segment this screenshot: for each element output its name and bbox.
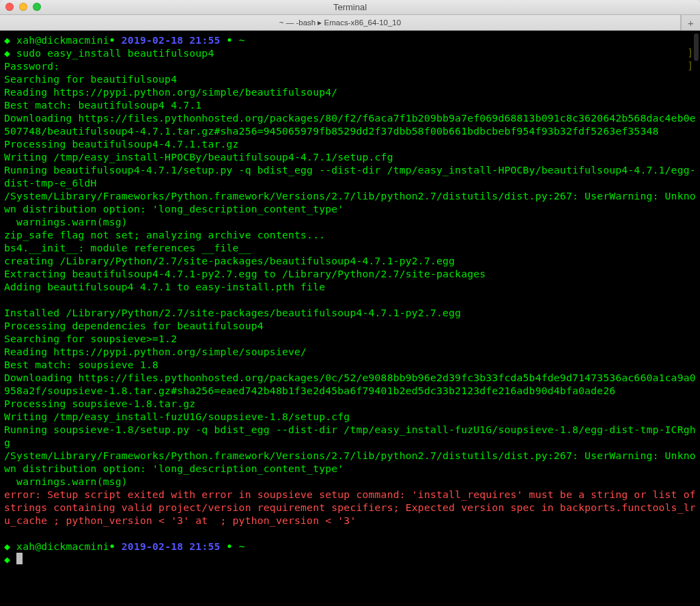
prompt-dot: • bbox=[109, 34, 115, 46]
error-line: error: Setup script exited with error in… bbox=[4, 488, 700, 526]
prompt-bullet: ◆ bbox=[4, 540, 10, 552]
output-line: Running soupsieve-1.8/setup.py -q bdist_… bbox=[4, 424, 696, 448]
prompt-timestamp: 2019-02-18 21:55 bbox=[122, 540, 221, 552]
output-line: Installed /Library/Python/2.7/site-packa… bbox=[4, 307, 461, 318]
prompt-dot: • bbox=[227, 540, 233, 552]
output-line: Extracting beautifulsoup4-4.7.1-py2.7.eg… bbox=[4, 268, 486, 279]
output-line: warnings.warn(msg) bbox=[4, 216, 128, 228]
output-line: /System/Library/Frameworks/Python.framew… bbox=[4, 450, 696, 474]
prompt-dot: • bbox=[227, 34, 233, 46]
prompt-userhost: xah@dickmacmini bbox=[16, 540, 109, 552]
prompt-bullet: ◆ bbox=[4, 34, 10, 46]
command-text: sudo easy_install beautifulsoup4 bbox=[16, 47, 214, 59]
output-line: Processing dependencies for beautifulsou… bbox=[4, 320, 264, 331]
output-line: Processing soupsieve-1.8.tar.gz bbox=[4, 398, 195, 409]
bracket-indicator: ] bbox=[687, 46, 693, 58]
output-line: warnings.warn(msg) bbox=[4, 476, 128, 487]
output-line: Reading https://pypi.python.org/simple/b… bbox=[4, 86, 337, 98]
terminal-output: ◆ xah@dickmacmini• 2019-02-18 21:55 • ~ … bbox=[0, 31, 700, 570]
prompt-bullet: ◆ bbox=[4, 47, 10, 59]
prompt-userhost: xah@dickmacmini bbox=[16, 34, 109, 46]
tab-bar: ~ — -bash ▸ Emacs-x86_64-10_10 + bbox=[0, 15, 700, 31]
window-controls bbox=[5, 3, 41, 11]
terminal-viewport[interactable]: ] ] ◆ xah@dickmacmini• 2019-02-18 21:55 … bbox=[0, 31, 700, 606]
output-line: Writing /tmp/easy_install-fuzU1G/soupsie… bbox=[4, 411, 350, 422]
output-line: /System/Library/Frameworks/Python.framew… bbox=[4, 190, 696, 215]
zoom-icon[interactable] bbox=[33, 3, 41, 11]
window-title: Terminal bbox=[333, 2, 367, 12]
tab-bash[interactable]: ~ — -bash ▸ Emacs-x86_64-10_10 bbox=[0, 15, 681, 30]
cursor bbox=[16, 553, 23, 564]
prompt-path: ~ bbox=[239, 34, 245, 46]
new-tab-button[interactable]: + bbox=[681, 15, 700, 30]
output-line: Downloading https://files.pythonhosted.o… bbox=[4, 112, 696, 137]
output-line: Running beautifulsoup4-4.7.1/setup.py -q… bbox=[4, 164, 696, 189]
output-line: Searching for soupsieve>=1.2 bbox=[4, 333, 177, 344]
close-icon[interactable] bbox=[5, 3, 14, 11]
titlebar: Terminal bbox=[0, 0, 700, 15]
output-line: Adding beautifulsoup4 4.7.1 to easy-inst… bbox=[4, 281, 325, 292]
prompt-dot: • bbox=[109, 540, 115, 552]
output-line: Processing beautifulsoup4-4.7.1.tar.gz bbox=[4, 138, 239, 150]
output-line: creating /Library/Python/2.7/site-packag… bbox=[4, 255, 455, 266]
prompt-bullet: ◆ bbox=[4, 553, 10, 565]
output-line: Writing /tmp/easy_install-HPOCBy/beautif… bbox=[4, 151, 393, 163]
terminal-window: Terminal ~ — -bash ▸ Emacs-x86_64-10_10 … bbox=[0, 0, 700, 606]
output-line: Downloading https://files.pythonhosted.o… bbox=[4, 372, 696, 396]
tab-label: ~ — -bash ▸ Emacs-x86_64-10_10 bbox=[279, 18, 401, 27]
output-line: Password: bbox=[4, 60, 59, 72]
output-line: Reading https://pypi.python.org/simple/s… bbox=[4, 346, 307, 357]
prompt-path: ~ bbox=[239, 540, 245, 552]
output-line: zip_safe flag not set; analyzing archive… bbox=[4, 229, 325, 240]
bracket-indicator: ] bbox=[687, 59, 693, 71]
output-line: Searching for beautifulsoup4 bbox=[4, 73, 177, 85]
minimize-icon[interactable] bbox=[19, 3, 27, 11]
scrollbar-thumb[interactable] bbox=[694, 33, 699, 61]
prompt-timestamp: 2019-02-18 21:55 bbox=[122, 34, 221, 46]
output-line: Best match: beautifulsoup4 4.7.1 bbox=[4, 99, 201, 111]
output-line: bs4.__init__: module references __file__ bbox=[4, 242, 251, 253]
output-line: Best match: soupsieve 1.8 bbox=[4, 359, 158, 370]
